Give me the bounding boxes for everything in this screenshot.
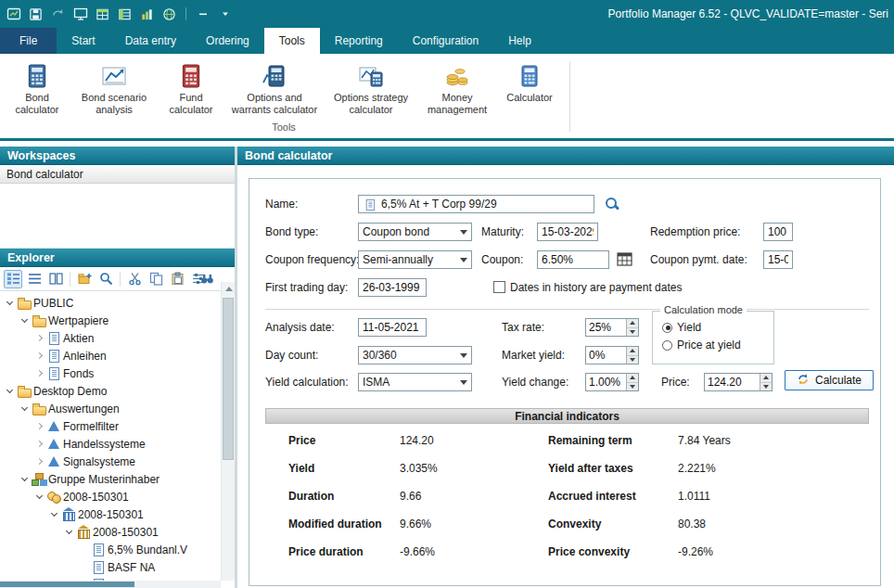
tree-item[interactable]: 2008-150301 bbox=[0, 523, 235, 541]
bond-type-select[interactable]: Coupon bond bbox=[358, 223, 472, 241]
scrollbar-thumb[interactable] bbox=[223, 298, 234, 460]
monitor-icon[interactable] bbox=[72, 6, 88, 22]
tree-item[interactable]: Aktien bbox=[0, 329, 235, 347]
paste-icon[interactable] bbox=[168, 270, 186, 288]
radio-price-at-yield[interactable]: Price at yield bbox=[662, 339, 741, 352]
ribbon-bond-scenario-analysis[interactable]: Bond scenario analysis bbox=[75, 60, 153, 116]
expander-closed-icon[interactable] bbox=[33, 353, 45, 358]
explorer-horizontal-scrollbar[interactable] bbox=[0, 581, 221, 588]
ribbon-options-strategy-calculator[interactable]: Options strategy calculator bbox=[328, 60, 414, 116]
chevron-down-icon[interactable] bbox=[456, 374, 471, 390]
expander-open-icon[interactable] bbox=[19, 319, 30, 322]
expander-closed-icon[interactable] bbox=[33, 424, 45, 428]
expander-open-icon[interactable] bbox=[48, 513, 59, 516]
price-spinner[interactable] bbox=[704, 373, 773, 391]
split-view-icon[interactable] bbox=[46, 270, 65, 288]
day-count-select[interactable]: 30/360 bbox=[358, 346, 472, 364]
dates-in-history-checkbox[interactable] bbox=[493, 281, 505, 293]
coupon-input[interactable] bbox=[537, 250, 609, 269]
expander-open-icon[interactable] bbox=[4, 390, 15, 392]
spin-down-icon[interactable] bbox=[627, 383, 638, 391]
analysis-date-input[interactable] bbox=[358, 318, 427, 337]
calculate-button[interactable]: Calculate bbox=[785, 370, 874, 390]
tab-reporting[interactable]: Reporting bbox=[320, 28, 398, 54]
price-input[interactable] bbox=[705, 374, 760, 390]
explorer-vertical-scrollbar[interactable] bbox=[221, 282, 235, 581]
expander-open-icon[interactable] bbox=[63, 530, 74, 533]
tree-item[interactable]: Handelssysteme bbox=[0, 435, 235, 453]
table-icon[interactable] bbox=[95, 6, 110, 22]
redo-icon[interactable] bbox=[50, 6, 66, 22]
spin-up-icon[interactable] bbox=[627, 319, 638, 328]
table-calc-icon[interactable] bbox=[117, 6, 133, 22]
tree-item[interactable]: Anleihen bbox=[0, 347, 235, 364]
tree-item[interactable]: 2008-150301 bbox=[0, 488, 235, 505]
tab-ordering[interactable]: Ordering bbox=[191, 28, 264, 54]
tree-item[interactable]: 2008-150301 bbox=[0, 505, 235, 523]
tax-rate-spinner[interactable] bbox=[585, 318, 639, 337]
binoculars-icon[interactable] bbox=[198, 270, 216, 288]
save-icon[interactable] bbox=[28, 6, 44, 22]
expander-open-icon[interactable] bbox=[19, 407, 30, 410]
first-trading-day-input[interactable] bbox=[358, 278, 427, 297]
expander-open-icon[interactable] bbox=[4, 301, 15, 304]
expander-closed-icon[interactable] bbox=[33, 336, 45, 340]
expander-open-icon[interactable] bbox=[19, 478, 30, 480]
tab-configuration[interactable]: Configuration bbox=[398, 28, 493, 54]
search-icon[interactable] bbox=[96, 270, 115, 288]
chevron-down-icon[interactable] bbox=[456, 251, 471, 268]
spin-down-icon[interactable] bbox=[627, 356, 638, 364]
tree-item[interactable]: Fonds bbox=[0, 364, 235, 382]
tree-item[interactable]: 6,5% Bundanl.V bbox=[0, 541, 235, 558]
tree-item[interactable]: Formelfilter bbox=[0, 417, 235, 435]
spin-down-icon[interactable] bbox=[760, 383, 772, 391]
ribbon-bond-calculator[interactable]: Bond calculator bbox=[7, 60, 67, 116]
lookup-search-icon[interactable] bbox=[604, 196, 620, 212]
tab-help[interactable]: Help bbox=[493, 28, 546, 54]
cut-icon[interactable] bbox=[125, 270, 144, 288]
coupon-pymt-date-input[interactable] bbox=[763, 250, 793, 269]
market-yield-spinner[interactable] bbox=[585, 346, 639, 364]
expander-open-icon[interactable] bbox=[33, 495, 45, 498]
scrollbar-thumb[interactable] bbox=[0, 582, 134, 587]
tree-item[interactable]: Desktop Demo bbox=[0, 382, 235, 400]
radio-yield[interactable]: Yield bbox=[662, 321, 701, 334]
ribbon-fund-calculator[interactable]: Fund calculator bbox=[161, 60, 221, 116]
tree-item[interactable]: PUBLIC bbox=[0, 294, 235, 312]
chevron-down-icon[interactable] bbox=[456, 224, 471, 240]
globe-icon[interactable] bbox=[161, 6, 177, 22]
tax-rate-input[interactable] bbox=[586, 319, 626, 336]
radio-selected-icon[interactable] bbox=[662, 323, 672, 333]
ribbon-calculator[interactable]: Calculator bbox=[501, 60, 558, 104]
yield-change-spinner[interactable] bbox=[585, 373, 639, 391]
spin-down-icon[interactable] bbox=[627, 328, 638, 337]
list-view-icon[interactable] bbox=[25, 270, 44, 288]
tree-view-icon[interactable] bbox=[4, 270, 22, 288]
tree-item[interactable]: BASF NA bbox=[0, 558, 235, 576]
tab-tools[interactable]: Tools bbox=[264, 28, 320, 54]
tree-item[interactable]: Gruppe Musterinhaber bbox=[0, 470, 235, 488]
radio-unselected-icon[interactable] bbox=[662, 340, 672, 351]
tree-item[interactable]: Signalsysteme bbox=[0, 453, 235, 470]
tab-start[interactable]: Start bbox=[57, 28, 109, 54]
app-icon[interactable] bbox=[6, 6, 21, 22]
name-input[interactable]: 6,5% At + T Corp 99/29 bbox=[358, 195, 594, 213]
spin-up-icon[interactable] bbox=[627, 374, 638, 383]
tab-data-entry[interactable]: Data entry bbox=[110, 28, 191, 54]
yield-change-input[interactable] bbox=[586, 374, 626, 390]
maturity-input[interactable] bbox=[537, 223, 598, 241]
tab-file[interactable]: File bbox=[0, 28, 57, 54]
ribbon-options-warrants-calculator[interactable]: Options and warrants calculator bbox=[229, 60, 320, 116]
yield-calculation-select[interactable]: ISMA bbox=[358, 373, 472, 391]
expander-closed-icon[interactable] bbox=[33, 371, 45, 376]
coupon-schedule-table-icon[interactable] bbox=[617, 251, 632, 270]
scroll-up-icon[interactable] bbox=[222, 282, 236, 296]
copy-icon[interactable] bbox=[147, 270, 165, 288]
ribbon-money-management[interactable]: Money management bbox=[422, 60, 492, 116]
new-folder-icon[interactable] bbox=[75, 270, 94, 288]
redemption-price-input[interactable] bbox=[763, 223, 793, 241]
coupon-frequency-select[interactable]: Semi-annually bbox=[358, 250, 472, 269]
minimize-strip-icon[interactable] bbox=[195, 6, 211, 22]
tree-item[interactable]: Wertpapiere bbox=[0, 312, 235, 329]
chart-bars-icon[interactable] bbox=[139, 6, 155, 22]
